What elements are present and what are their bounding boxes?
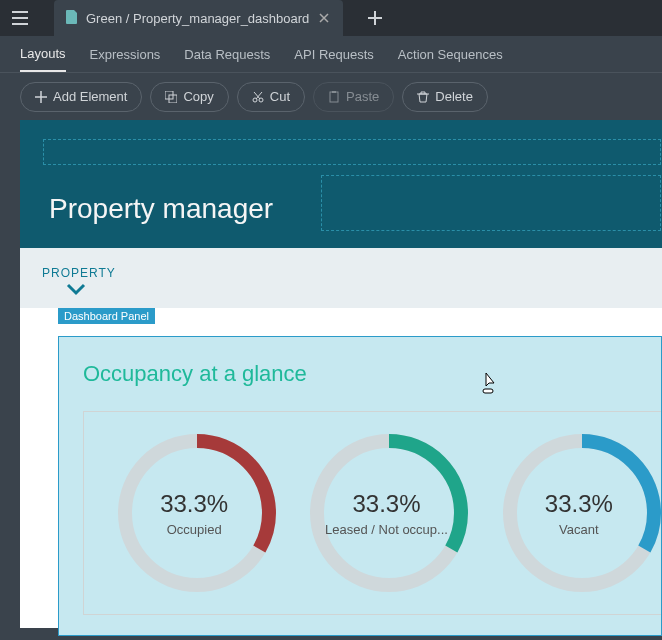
subtab-data-requests[interactable]: Data Requests xyxy=(184,36,270,72)
document-tab[interactable]: Green / Property_manager_dashboard xyxy=(54,0,343,36)
svg-rect-4 xyxy=(330,92,338,102)
page-header-region[interactable]: Property manager xyxy=(20,120,662,248)
page-title[interactable]: Property manager xyxy=(49,193,273,225)
panel-title: Occupancy at a glance xyxy=(83,361,661,387)
gauge-chart[interactable]: 33.3% Occupied xyxy=(112,428,276,598)
gauge-value: 33.3% xyxy=(352,490,420,518)
panel-badge: Dashboard Panel xyxy=(58,308,155,324)
chevron-down-icon[interactable] xyxy=(66,282,86,300)
hamburger-menu-button[interactable] xyxy=(0,0,40,36)
cut-button[interactable]: Cut xyxy=(237,82,305,112)
workspace[interactable]: Dashboard Panel Occupancy at a glance 33… xyxy=(20,308,662,628)
cut-icon xyxy=(252,91,264,103)
close-icon xyxy=(319,13,329,23)
gauge-chart[interactable]: 33.3% Vacant xyxy=(497,428,661,598)
document-icon xyxy=(66,10,78,27)
paste-icon xyxy=(328,91,340,103)
gauge-value: 33.3% xyxy=(160,490,228,518)
gauge-label: Leased / Not occup... xyxy=(325,522,448,537)
add-element-button[interactable]: Add Element xyxy=(20,82,142,112)
hamburger-icon xyxy=(12,11,28,25)
plus-icon xyxy=(35,91,47,103)
subtabs-bar: LayoutsExpressionsData RequestsAPI Reque… xyxy=(0,36,662,72)
copy-icon xyxy=(165,91,177,103)
placeholder-region[interactable] xyxy=(43,139,661,165)
subtab-expressions[interactable]: Expressions xyxy=(90,36,161,72)
plus-icon xyxy=(368,11,382,25)
gauge-chart[interactable]: 33.3% Leased / Not occup... xyxy=(304,428,468,598)
gauge-value: 33.3% xyxy=(545,490,613,518)
dashboard-panel[interactable]: Occupancy at a glance 33.3% Occupied 33.… xyxy=(58,336,662,636)
titlebar: Green / Property_manager_dashboard xyxy=(0,0,662,36)
section-bar[interactable]: PROPERTY xyxy=(20,248,662,308)
paste-button[interactable]: Paste xyxy=(313,82,394,112)
placeholder-region[interactable] xyxy=(321,175,661,231)
tab-close-button[interactable] xyxy=(317,9,331,28)
copy-button[interactable]: Copy xyxy=(150,82,228,112)
new-tab-button[interactable] xyxy=(357,0,393,36)
toolbar: Add Element Copy Cut Paste Delete xyxy=(0,72,662,120)
subtab-layouts[interactable]: Layouts xyxy=(20,36,66,72)
svg-rect-5 xyxy=(332,91,336,93)
delete-button[interactable]: Delete xyxy=(402,82,488,112)
section-label: PROPERTY xyxy=(42,266,116,280)
gauge-label: Occupied xyxy=(167,522,222,537)
gauge-label: Vacant xyxy=(559,522,599,537)
subtab-api-requests[interactable]: API Requests xyxy=(294,36,374,72)
tab-title: Green / Property_manager_dashboard xyxy=(86,11,309,26)
trash-icon xyxy=(417,91,429,103)
gauges-row: 33.3% Occupied 33.3% Leased / Not occup.… xyxy=(83,411,661,615)
canvas-area: Property manager PROPERTY Dashboard Pane… xyxy=(0,120,662,640)
subtab-action-sequences[interactable]: Action Sequences xyxy=(398,36,503,72)
